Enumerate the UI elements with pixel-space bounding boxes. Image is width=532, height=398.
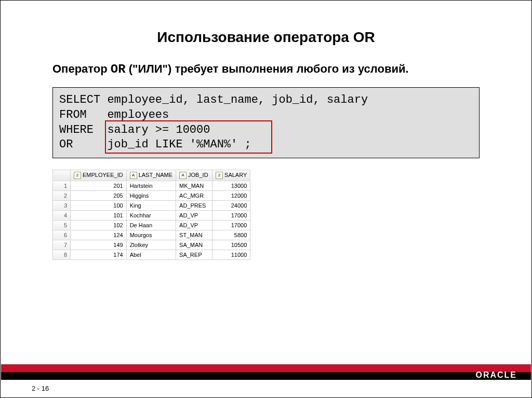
- table-row: 6 124 Mourgos ST_MAN 5800: [53, 230, 250, 240]
- table-row: 2 205 Higgins AC_MGR 12000: [53, 190, 250, 200]
- cell-employee-id: 174: [71, 250, 127, 259]
- cell-salary: 5800: [212, 230, 250, 240]
- cell-employee-id: 205: [71, 190, 127, 200]
- col-header-employee-id: 2EMPLOYEE_ID: [71, 170, 127, 181]
- cell-last-name: Zlotkey: [126, 240, 176, 250]
- row-number: 4: [53, 210, 71, 220]
- cell-job-id: AD_PRES: [176, 200, 212, 210]
- cell-last-name: Kochhar: [126, 210, 176, 220]
- row-number: 7: [53, 240, 71, 250]
- oracle-logo-text: ORACLE: [475, 370, 517, 380]
- cell-salary: 10500: [212, 240, 250, 250]
- subtitle-rest: ("ИЛИ") требует выполнения любого из усл…: [126, 62, 409, 75]
- number-col-icon: 2: [216, 172, 223, 179]
- footer-bar-red: [1, 364, 531, 372]
- code-line-4: OR job_id LIKE '%MAN%' ;: [59, 138, 473, 153]
- col-header-label: LAST_NAME: [139, 172, 172, 178]
- cell-job-id: AD_VP: [176, 210, 212, 220]
- subtitle-code: OR: [111, 62, 126, 76]
- row-number-header: [53, 170, 71, 181]
- cell-salary: 17000: [212, 220, 250, 230]
- cell-salary: 13000: [212, 181, 250, 190]
- cell-salary: 11000: [212, 250, 250, 259]
- cell-employee-id: 100: [71, 200, 127, 210]
- cell-salary: 17000: [212, 210, 250, 220]
- slide-container: Использование оператора OR Оператор OR (…: [0, 0, 532, 398]
- result-table-container: 2EMPLOYEE_ID ALAST_NAME AJOB_ID 2SALARY …: [52, 170, 531, 260]
- table-row: 5 102 De Haan AD_VP 17000: [53, 220, 250, 230]
- footer-bars: [1, 364, 531, 380]
- text-col-icon: A: [130, 172, 137, 179]
- slide-subtitle: Оператор OR ("ИЛИ") требует выполнения л…: [52, 61, 480, 78]
- slide-title: Использование оператора OR: [1, 29, 531, 46]
- table-row: 8 174 Abel SA_REP 11000: [53, 250, 250, 259]
- oracle-logo: ORACLE: [475, 369, 517, 381]
- cell-salary: 24000: [212, 200, 250, 210]
- cell-last-name: Higgins: [126, 190, 176, 200]
- col-header-job-id: AJOB_ID: [176, 170, 212, 181]
- row-number: 5: [53, 220, 71, 230]
- page-number: 2 - 16: [32, 385, 49, 392]
- row-number: 1: [53, 181, 71, 190]
- text-col-icon: A: [179, 172, 187, 179]
- cell-employee-id: 101: [71, 210, 127, 220]
- row-number: 6: [53, 230, 71, 240]
- row-number: 8: [53, 250, 71, 259]
- row-number: 2: [53, 190, 71, 200]
- table-row: 1 201 Hartstein MK_MAN 13000: [53, 181, 250, 190]
- table-header-row: 2EMPLOYEE_ID ALAST_NAME AJOB_ID 2SALARY: [53, 170, 250, 181]
- code-line-1: SELECT employee_id, last_name, job_id, s…: [59, 93, 473, 108]
- footer-bar-black: [1, 372, 531, 380]
- code-line-3: WHERE salary >= 10000: [59, 123, 473, 138]
- cell-job-id: ST_MAN: [176, 230, 212, 240]
- number-col-icon: 2: [74, 172, 81, 179]
- cell-job-id: MK_MAN: [176, 181, 212, 190]
- cell-last-name: De Haan: [126, 220, 176, 230]
- cell-last-name: King: [126, 200, 176, 210]
- table-row: 7 149 Zlotkey SA_MAN 10500: [53, 240, 250, 250]
- cell-last-name: Abel: [126, 250, 176, 259]
- cell-employee-id: 124: [71, 230, 127, 240]
- col-header-last-name: ALAST_NAME: [126, 170, 176, 181]
- cell-job-id: SA_MAN: [176, 240, 212, 250]
- code-line-2: FROM employees: [59, 108, 473, 123]
- cell-employee-id: 149: [71, 240, 127, 250]
- result-table: 2EMPLOYEE_ID ALAST_NAME AJOB_ID 2SALARY …: [52, 170, 250, 260]
- col-header-label: JOB_ID: [188, 172, 208, 178]
- cell-employee-id: 102: [71, 220, 127, 230]
- row-number: 3: [53, 200, 71, 210]
- cell-last-name: Mourgos: [126, 230, 176, 240]
- sql-code-box: SELECT employee_id, last_name, job_id, s…: [52, 87, 480, 158]
- table-row: 4 101 Kochhar AD_VP 17000: [53, 210, 250, 220]
- subtitle-prefix: Оператор: [52, 62, 111, 75]
- col-header-label: SALARY: [224, 172, 247, 178]
- col-header-salary: 2SALARY: [212, 170, 250, 181]
- cell-job-id: AC_MGR: [176, 190, 212, 200]
- cell-salary: 12000: [212, 190, 250, 200]
- cell-job-id: SA_REP: [176, 250, 212, 259]
- cell-job-id: AD_VP: [176, 220, 212, 230]
- table-row: 3 100 King AD_PRES 24000: [53, 200, 250, 210]
- cell-employee-id: 201: [71, 181, 127, 190]
- col-header-label: EMPLOYEE_ID: [83, 172, 123, 178]
- cell-last-name: Hartstein: [126, 181, 176, 190]
